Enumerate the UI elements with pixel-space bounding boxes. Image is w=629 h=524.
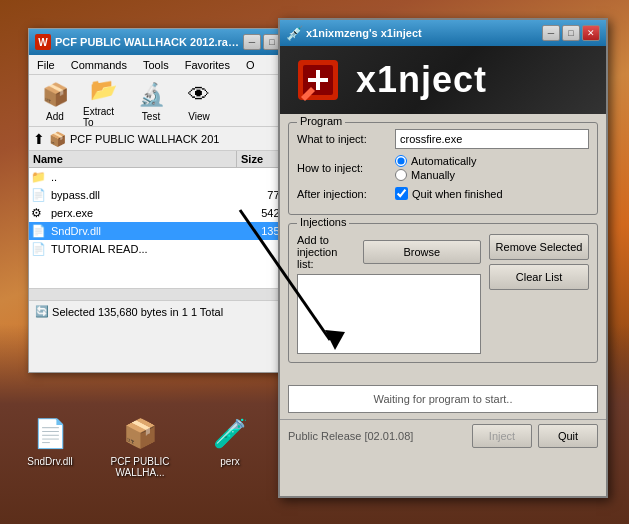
scrollbar[interactable]: [29, 288, 307, 300]
inject-button[interactable]: Inject: [472, 424, 532, 448]
desktop-icons: 📄 SndDrv.dll 📦 PCF PUBLICWALLHA... 🧪 per…: [20, 413, 260, 478]
extractto-label: Extract To: [83, 106, 123, 128]
winrar-window: W PCF PUBLIC WALLHACK 2012.rar - Win ─ □…: [28, 28, 308, 373]
x1inject-minimize-button[interactable]: ─: [542, 25, 560, 41]
winrar-small-icon: 📦: [49, 131, 66, 147]
radio-automatically[interactable]: Automatically: [395, 155, 476, 167]
how-radio-group: Automatically Manually: [395, 155, 476, 181]
file-row[interactable]: 📄 bypass.dll 77,824: [29, 186, 307, 204]
file-name: TUTORIAL READ...: [51, 243, 236, 255]
pcf-label: PCF PUBLICWALLHA...: [111, 456, 170, 478]
what-to-inject-input[interactable]: [395, 129, 589, 149]
snddrv-icon: 📄: [30, 413, 70, 453]
how-to-inject-row: How to inject: Automatically Manually: [297, 155, 589, 181]
file-row[interactable]: 📄 TUTORIAL READ... 667: [29, 240, 307, 258]
what-label: What to inject:: [297, 133, 387, 145]
file-list-header: Name Size: [29, 151, 307, 168]
how-label: How to inject:: [297, 162, 387, 174]
menu-commands[interactable]: Commands: [67, 58, 131, 72]
txt-icon: 📄: [31, 242, 47, 256]
file-name: ..: [51, 171, 236, 183]
file-row[interactable]: 📄 SndDrv.dll 135,680: [29, 222, 307, 240]
x1inject-title-icon: 💉: [286, 25, 302, 41]
x1inject-maximize-button[interactable]: □: [562, 25, 580, 41]
test-label: Test: [142, 111, 160, 122]
winrar-icon: W: [35, 34, 51, 50]
menu-other[interactable]: O: [242, 58, 259, 72]
toolbar-test-button[interactable]: 🔬 Test: [129, 77, 173, 124]
radio-manually-label: Manually: [411, 169, 455, 181]
x1inject-logo: [292, 54, 344, 106]
after-injection-row: After injection: Quit when finished: [297, 187, 589, 200]
file-row[interactable]: 📁 ..: [29, 168, 307, 186]
status-text: Waiting for program to start..: [374, 393, 513, 405]
perx-icon: 🧪: [210, 413, 250, 453]
injection-list[interactable]: [297, 274, 481, 354]
x1inject-status: Waiting for program to start..: [288, 385, 598, 413]
dll-icon: 📄: [31, 188, 47, 202]
quit-checkbox-input[interactable]: [395, 187, 408, 200]
file-list: 📁 .. 📄 bypass.dll 77,824 ⚙ perx.exe 542,…: [29, 168, 307, 288]
x1inject-controls: ─ □ ✕: [542, 25, 600, 41]
remove-selected-button[interactable]: Remove Selected: [489, 234, 589, 260]
radio-manually-input[interactable]: [395, 169, 407, 181]
program-group: Program What to inject: How to inject: A…: [288, 122, 598, 215]
menu-file[interactable]: File: [33, 58, 59, 72]
add-to-list-row: Add to injection list: Browse: [297, 234, 481, 270]
desktop-icon-snddrv[interactable]: 📄 SndDrv.dll: [20, 413, 80, 478]
test-icon: 🔬: [135, 79, 167, 111]
x1inject-bottom-bar: Public Release [02.01.08] Inject Quit: [280, 419, 606, 452]
menu-tools[interactable]: Tools: [139, 58, 173, 72]
back-icon[interactable]: ⬆: [33, 131, 45, 147]
quit-checkbox-text: Quit when finished: [412, 188, 503, 200]
browse-button[interactable]: Browse: [363, 240, 481, 264]
address-text: PCF PUBLIC WALLHACK 201: [70, 133, 219, 145]
menu-favorites[interactable]: Favorites: [181, 58, 234, 72]
radio-automatically-label: Automatically: [411, 155, 476, 167]
version-text: Public Release [02.01.08]: [288, 430, 413, 442]
status-text: Selected 135,680 bytes in 1 1 Total: [52, 306, 223, 318]
add-label: Add to injection list:: [297, 234, 355, 270]
add-label: Add: [46, 111, 64, 122]
desktop-icon-perx[interactable]: 🧪 perx: [200, 413, 260, 478]
x1inject-window: 💉 x1nixmzeng's x1inject ─ □ ✕ x1nject: [278, 18, 608, 498]
winrar-status: 🔄 Selected 135,680 bytes in 1 1 Total: [29, 300, 307, 322]
file-name: bypass.dll: [51, 189, 236, 201]
injections-group: Injections Add to injection list: Browse…: [288, 223, 598, 363]
snddrv-label: SndDrv.dll: [27, 456, 72, 467]
toolbar-extractto-button[interactable]: 📂 Extract To: [81, 72, 125, 130]
x1inject-banner: x1nject: [280, 46, 606, 114]
winrar-menubar: File Commands Tools Favorites O: [29, 55, 307, 75]
injections-group-title: Injections: [297, 216, 349, 228]
view-label: View: [188, 111, 210, 122]
perx-label: perx: [220, 456, 239, 467]
x1inject-content: Program What to inject: How to inject: A…: [280, 114, 606, 379]
injection-side-buttons: Remove Selected Clear List: [489, 234, 589, 354]
desktop-icon-pcf[interactable]: 📦 PCF PUBLICWALLHA...: [110, 413, 170, 478]
address-bar: ⬆ 📦 PCF PUBLIC WALLHACK 201: [29, 127, 307, 151]
file-row[interactable]: ⚙ perx.exe 542,433: [29, 204, 307, 222]
quit-checkbox-label[interactable]: Quit when finished: [395, 187, 503, 200]
toolbar-view-button[interactable]: 👁 View: [177, 77, 221, 124]
what-to-inject-row: What to inject:: [297, 129, 589, 149]
quit-button[interactable]: Quit: [538, 424, 598, 448]
winrar-title: PCF PUBLIC WALLHACK 2012.rar - Win: [55, 36, 239, 48]
program-group-title: Program: [297, 115, 345, 127]
desktop: W PCF PUBLIC WALLHACK 2012.rar - Win ─ □…: [0, 0, 629, 524]
winrar-minimize-button[interactable]: ─: [243, 34, 261, 50]
view-icon: 👁: [183, 79, 215, 111]
add-icon: 📦: [39, 79, 71, 111]
exe-icon: ⚙: [31, 206, 47, 220]
status-icon: 🔄: [35, 305, 49, 318]
clear-list-button[interactable]: Clear List: [489, 264, 589, 290]
extractto-icon: 📂: [87, 74, 119, 106]
banner-title: x1nject: [356, 59, 487, 101]
toolbar-add-button[interactable]: 📦 Add: [33, 77, 77, 124]
col-name[interactable]: Name: [29, 151, 237, 167]
injections-layout: Add to injection list: Browse Remove Sel…: [297, 234, 589, 354]
radio-automatically-input[interactable]: [395, 155, 407, 167]
radio-manually[interactable]: Manually: [395, 169, 476, 181]
bottom-buttons: Inject Quit: [472, 424, 598, 448]
after-label: After injection:: [297, 188, 387, 200]
x1inject-close-button[interactable]: ✕: [582, 25, 600, 41]
